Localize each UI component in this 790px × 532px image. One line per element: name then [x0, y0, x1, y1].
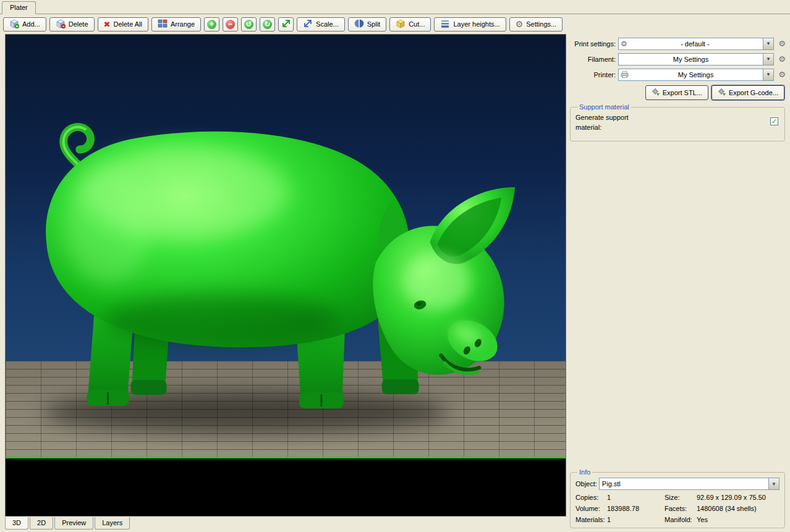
size-value: 92.69 x 129.09 x 75.50: [697, 494, 779, 501]
printer-value: My Settings: [629, 71, 763, 78]
scale-button[interactable]: Scale...: [297, 17, 345, 32]
scale-icon: [303, 19, 313, 30]
export-stl-button[interactable]: Export STL...: [645, 85, 708, 100]
print-settings-row: Print settings: ⚙ - default - ▼ ⚙: [569, 36, 789, 51]
printer-gear-button[interactable]: ⚙: [776, 69, 788, 81]
export-buttons-row: Export STL... Export G-code...: [569, 85, 784, 100]
settings-button[interactable]: ⚙ Settings...: [509, 17, 563, 32]
chevron-down-icon[interactable]: ▼: [768, 478, 779, 489]
printer-select[interactable]: My Settings ▼: [618, 69, 774, 81]
cut-button-label: Cut...: [409, 20, 425, 28]
support-material-title: Support material: [577, 103, 631, 111]
chevron-down-icon[interactable]: ▼: [763, 69, 773, 80]
top-tabstrip: Plater: [0, 0, 790, 14]
generate-support-row: Generate support material: ✓: [576, 113, 779, 133]
chevron-down-icon[interactable]: ▼: [763, 38, 773, 49]
object-row: Object: Pig.stl ▼: [576, 478, 779, 490]
settings-button-label: Settings...: [526, 20, 556, 28]
cut-button[interactable]: Cut...: [389, 17, 431, 32]
print-settings-select[interactable]: ⚙ - default - ▼: [618, 38, 774, 50]
pig-model[interactable]: [6, 35, 566, 516]
filament-gear-button[interactable]: ⚙: [776, 53, 788, 65]
export-gcode-button[interactable]: Export G-code...: [711, 85, 784, 100]
rotate-ccw-button[interactable]: ↺: [241, 17, 257, 32]
export-stl-icon: [652, 88, 660, 98]
settings-panel: Print settings: ⚙ - default - ▼ ⚙ Filame…: [569, 34, 789, 532]
scale-button-label: Scale...: [316, 20, 339, 28]
print-settings-value: - default -: [627, 40, 763, 48]
arrange-button[interactable]: Arrange: [151, 17, 201, 32]
filament-value: My Settings: [619, 56, 763, 63]
printer-label: Printer:: [571, 71, 616, 78]
split-icon: [354, 19, 364, 30]
volume-label: Volume:: [576, 505, 606, 512]
quick-scale-button[interactable]: [278, 17, 294, 32]
facets-label: Facets:: [665, 505, 695, 512]
cut-icon: [396, 19, 406, 30]
decrease-copies-button[interactable]: −: [223, 17, 238, 32]
rotate-cw-icon: ↻: [263, 20, 272, 29]
tab-3d[interactable]: 3D: [5, 517, 28, 530]
facets-value: 1480608 (34 shells): [697, 505, 779, 512]
object-value: Pig.stl: [600, 480, 768, 488]
delete-all-button[interactable]: ✖ Delete All: [98, 17, 148, 32]
delete-button-label: Delete: [69, 20, 88, 28]
minus-circle-icon: −: [226, 20, 235, 29]
delete-object-icon: [56, 19, 66, 30]
generate-support-label: Generate support material:: [576, 113, 656, 133]
add-button-label: Add...: [22, 20, 40, 28]
printer-row: Printer: My Settings ▼ ⚙: [569, 67, 789, 82]
add-button[interactable]: Add...: [3, 17, 46, 32]
add-object-icon: [9, 19, 19, 30]
volume-value: 183988.78: [607, 505, 663, 512]
filament-label: Filament:: [571, 56, 616, 63]
export-gcode-label: Export G-code...: [729, 89, 778, 96]
increase-copies-button[interactable]: +: [204, 17, 219, 32]
filament-row: Filament: My Settings ▼ ⚙: [569, 51, 789, 67]
info-title: Info: [577, 468, 592, 476]
tab-plater[interactable]: Plater: [2, 1, 36, 14]
scale-diagonal-arrow-icon: [281, 19, 291, 30]
size-label: Size:: [665, 494, 695, 501]
view-tabstrip: 3D 2D Preview Layers: [5, 517, 130, 530]
layer-heights-button[interactable]: Layer heights...: [434, 17, 506, 32]
export-stl-label: Export STL...: [663, 89, 702, 96]
object-select[interactable]: Pig.stl ▼: [599, 478, 779, 490]
layer-heights-button-label: Layer heights...: [453, 20, 499, 28]
plus-circle-icon: +: [207, 20, 216, 29]
print-settings-gear-button[interactable]: ⚙: [776, 38, 788, 50]
materials-value: 1: [607, 516, 663, 523]
manifold-value: Yes: [697, 516, 779, 523]
object-label: Object:: [576, 480, 597, 488]
info-group: Info Object: Pig.stl ▼ Copies: 1 Size: 9…: [570, 468, 785, 528]
manifold-label: Manifold:: [665, 516, 695, 523]
rotate-cw-button[interactable]: ↻: [260, 17, 275, 32]
filament-select[interactable]: My Settings ▼: [618, 53, 774, 65]
delete-all-icon: ✖: [104, 20, 111, 28]
copies-label: Copies:: [576, 494, 606, 501]
gear-icon: ⚙: [516, 20, 524, 28]
gear-icon: ⚙: [621, 40, 627, 48]
delete-button[interactable]: Delete: [49, 17, 95, 32]
printer-icon: [621, 71, 629, 78]
rotate-ccw-icon: ↺: [244, 20, 253, 29]
chevron-down-icon[interactable]: ▼: [763, 54, 773, 65]
support-material-group: Support material Generate support materi…: [570, 103, 785, 141]
check-icon: ✓: [771, 118, 777, 125]
toolbar: Add... Delete ✖ Delete All Arrange + − ↺…: [0, 14, 790, 34]
arrange-button-label: Arrange: [171, 20, 195, 28]
split-button-label: Split: [367, 20, 380, 28]
export-gcode-icon: [718, 88, 726, 98]
tab-layers[interactable]: Layers: [95, 517, 130, 530]
copies-value: 1: [607, 494, 663, 501]
print-settings-label: Print settings:: [571, 40, 616, 48]
tab-2d[interactable]: 2D: [30, 517, 53, 530]
materials-label: Materials:: [576, 516, 606, 523]
3d-viewport[interactable]: [5, 34, 566, 517]
split-button[interactable]: Split: [348, 17, 386, 32]
layer-heights-icon: [440, 19, 450, 30]
tab-preview[interactable]: Preview: [54, 517, 93, 530]
generate-support-checkbox[interactable]: ✓: [770, 117, 778, 125]
arrange-icon: [158, 19, 168, 30]
info-grid: Copies: 1 Size: 92.69 x 129.09 x 75.50 V…: [576, 494, 779, 523]
